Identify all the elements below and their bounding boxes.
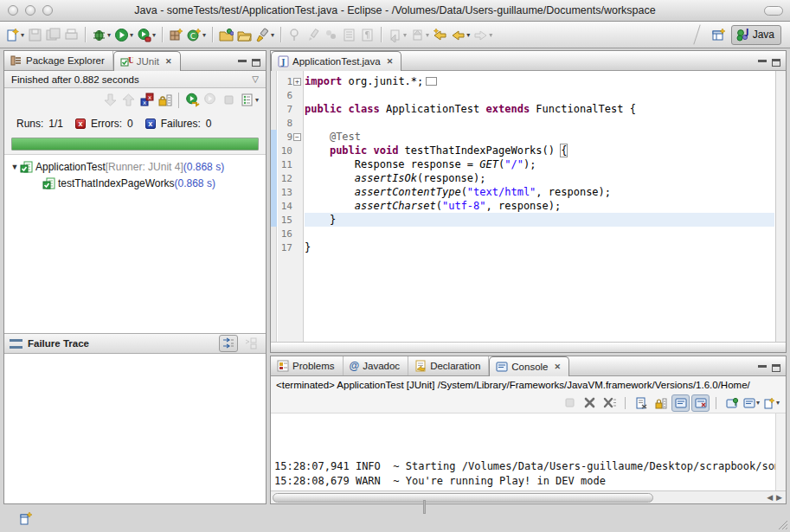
new-wizard-button[interactable]: ▾	[3, 24, 26, 45]
disclosure-triangle-icon[interactable]: ▼	[10, 163, 20, 171]
open-perspective-button[interactable]	[710, 24, 728, 45]
code-text[interactable]: import org.junit.*;public class Applicat…	[305, 71, 774, 342]
runs-value: 1/1	[48, 118, 63, 130]
tab-package-explorer[interactable]: Package Explorer	[4, 51, 113, 70]
run-caret-icon[interactable]: ▾	[130, 31, 133, 39]
tab-console[interactable]: Console ✕	[489, 356, 569, 376]
display-selected-console-button[interactable]: ▾	[742, 394, 761, 412]
debug-button[interactable]: ▾	[90, 24, 112, 45]
tab-declaration[interactable]: Declaration	[408, 356, 489, 375]
test-result-tree[interactable]: ▼ApplicationTest [Runner: JUnit 4] (0.86…	[4, 155, 266, 333]
show-stderr-icon	[695, 397, 707, 409]
print-button	[62, 24, 80, 45]
svg-text:J: J	[745, 28, 748, 36]
scrollbar-thumb[interactable]	[273, 493, 653, 503]
run-button[interactable]: ▾	[112, 24, 135, 45]
code-editor[interactable]: 1+6789−1011121314151617 import org.junit…	[271, 71, 786, 342]
console-status-line: <terminated> ApplicationTest [JUnit] /Sy…	[271, 376, 786, 393]
pin-console-button[interactable]	[723, 394, 741, 412]
code-line[interactable]: Response response = GET("/");	[305, 157, 774, 171]
java-perspective-icon: J	[735, 28, 750, 42]
history-caret-icon[interactable]: ▾	[255, 96, 259, 104]
run-external-tools-icon	[137, 28, 151, 42]
run-icon	[114, 28, 129, 42]
close-junit-tab-icon[interactable]: ✕	[165, 57, 172, 66]
minimize-console-icon[interactable]	[758, 365, 767, 372]
new-wizard-caret-icon[interactable]: ▾	[21, 31, 24, 39]
open-element-caret-icon[interactable]: ▾	[271, 31, 274, 39]
scroll-lock-button[interactable]	[156, 90, 174, 111]
code-line[interactable]	[305, 88, 774, 102]
console-vertical-scrollbar[interactable]	[775, 413, 786, 490]
open-type-button[interactable]	[217, 24, 235, 45]
maximize-editor-icon[interactable]	[772, 59, 780, 67]
code-line[interactable]: assertCharset("utf-8", response);	[305, 199, 774, 213]
code-line[interactable]: public class ApplicationTest extends Fun…	[305, 102, 774, 116]
code-line[interactable]: }	[305, 240, 774, 254]
overview-ruler[interactable]	[775, 71, 786, 342]
failure-trace-content[interactable]	[4, 354, 266, 503]
new-java-project-button[interactable]	[167, 24, 185, 45]
back-caret-icon[interactable]: ▾	[466, 31, 470, 39]
remove-all-launches-button[interactable]	[601, 394, 619, 412]
rerun-test-button[interactable]	[183, 90, 202, 111]
tab-problems[interactable]: Problems	[271, 356, 344, 375]
fast-view-button[interactable]	[19, 511, 33, 528]
open-console-button[interactable]: ▾	[762, 394, 780, 412]
code-line[interactable]: @Test	[305, 130, 774, 144]
code-line[interactable]	[305, 116, 774, 130]
svg-text:U: U	[128, 56, 133, 65]
show-console-stderr-button[interactable]	[691, 394, 710, 412]
maximize-view-icon[interactable]	[252, 59, 260, 67]
new-class-button[interactable]: C ▾	[185, 24, 208, 45]
java-perspective-button[interactable]: J Java	[731, 25, 781, 45]
scroll-right-icon[interactable]: ▶	[776, 493, 782, 502]
code-line[interactable]: public void testThatIndexPageWorks() {	[305, 144, 774, 157]
console-horizontal-scrollbar[interactable]: ◀ ▶	[271, 490, 786, 503]
close-console-tab-icon[interactable]: ✕	[555, 362, 562, 371]
resize-grip-icon[interactable]	[776, 518, 788, 530]
open-console-caret-icon[interactable]: ▾	[776, 399, 780, 407]
code-line[interactable]: import org.junit.*;	[305, 74, 774, 88]
test-tree-row[interactable]: testThatIndexPageWorks (0.868 s)	[4, 175, 266, 191]
editor-horizontal-scrollbar[interactable]	[271, 342, 786, 352]
close-editor-tab-icon[interactable]: ✕	[387, 57, 394, 66]
open-resource-button[interactable]	[235, 24, 254, 45]
failure-trace-header: Failure Trace	[4, 333, 266, 354]
toolbar-pill-icon[interactable]	[764, 6, 783, 16]
back-button[interactable]: ▾	[449, 24, 472, 45]
run-external-tools-caret-icon[interactable]: ▾	[152, 31, 156, 39]
filter-stack-trace-button[interactable]	[219, 335, 238, 352]
clear-console-button[interactable]	[632, 394, 650, 412]
display-console-caret-icon[interactable]: ▾	[756, 399, 760, 407]
minimize-editor-icon[interactable]	[758, 60, 767, 67]
test-tree-row[interactable]: ▼ApplicationTest [Runner: JUnit 4] (0.86…	[4, 158, 266, 175]
show-source-button	[340, 24, 358, 45]
remove-launch-button[interactable]	[581, 394, 599, 412]
debug-caret-icon[interactable]: ▾	[107, 31, 111, 39]
code-line[interactable]: assertIsOk(response);	[305, 171, 774, 185]
test-run-history-button[interactable]: ▾	[238, 90, 260, 111]
console-output[interactable]: 15:28:07,941 INFO ~ Starting /Volumes/Da…	[271, 413, 786, 490]
maximize-console-icon[interactable]	[772, 364, 780, 372]
fold-marker-icon[interactable]: −	[293, 133, 301, 141]
sash-handle[interactable]	[423, 500, 426, 514]
tab-javadoc[interactable]: @ Javadoc	[344, 356, 409, 375]
fold-marker-icon[interactable]: +	[293, 78, 301, 86]
junit-status-text: Finished after 0.882 seconds	[11, 74, 139, 85]
console-scroll-lock-button[interactable]	[652, 394, 670, 412]
show-failures-only-button[interactable]: xx	[138, 90, 156, 111]
current-code-line[interactable]: }	[305, 213, 774, 227]
new-class-caret-icon[interactable]: ▾	[202, 31, 206, 39]
minimize-view-icon[interactable]	[238, 60, 247, 67]
scroll-left-icon[interactable]: ◀	[767, 493, 773, 502]
last-edit-location-button[interactable]	[431, 24, 449, 45]
show-console-stdout-button[interactable]	[671, 394, 690, 412]
code-line[interactable]: assertContentType("text/html", response)…	[305, 185, 774, 199]
view-menu-chevron-icon[interactable]: ▽	[252, 74, 259, 84]
code-line[interactable]	[305, 227, 774, 240]
tab-junit[interactable]: U JUnit ✕	[113, 51, 181, 71]
run-external-tools-button[interactable]: ▾	[135, 24, 157, 45]
tab-editor-applicationtest[interactable]: J ApplicationTest.java ✕	[271, 51, 401, 71]
open-element-button[interactable]: ▾	[254, 24, 276, 45]
